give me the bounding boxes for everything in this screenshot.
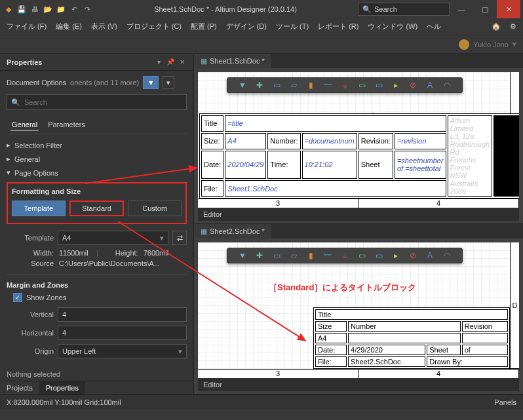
arc-icon[interactable]: ◠ — [442, 81, 452, 90]
section-page-options[interactable]: Page Options — [7, 166, 187, 180]
folder-icon[interactable]: 📁 — [55, 3, 67, 15]
filter-icon[interactable]: ▼ — [238, 81, 247, 90]
maximize-button[interactable]: ▢ — [473, 0, 497, 18]
active-bar-toolbar-2: ▼✚▭▱▮〰⏚▭▭▸⊘A◠ — [227, 248, 463, 263]
menu-project[interactable]: プロジェクト (C) — [126, 22, 182, 31]
menu-file[interactable]: ファイル (F) — [7, 22, 47, 31]
template-label: Template — [7, 234, 54, 242]
doc-tab-sheet1[interactable]: ▦Sheet1.SchDoc * — [194, 54, 271, 68]
username: Yukio Jono — [473, 41, 509, 48]
filter-button[interactable]: ▼ — [143, 76, 159, 89]
doc-options-label: Document Options — [7, 79, 66, 86]
search-icon: 🔍 — [362, 5, 372, 14]
menu-help[interactable]: ヘル — [427, 22, 441, 31]
schdoc-icon: ▦ — [201, 57, 207, 66]
close-button[interactable]: ✕ — [497, 0, 520, 18]
print-icon[interactable]: 🖶 — [29, 3, 41, 15]
doc-tab-sheet2[interactable]: ▦Sheet2.SchDoc * — [194, 224, 271, 239]
power-icon[interactable]: ⏚ — [340, 81, 349, 90]
panels-button[interactable]: Panels — [494, 398, 516, 406]
canvas-sheet1[interactable]: ▼ ✚ ▭ ▱ ▮ 〰 ⏚ ▭ ▭ ▸ ⊘ A ◠ ［Template］によるタ… — [198, 72, 519, 208]
menubar: ファイル (F) 編集 (E) 表示 (V) プロジェクト (C) 配置 (P)… — [0, 18, 523, 35]
bottom-tab-properties[interactable]: Properties — [39, 381, 85, 394]
menu-window[interactable]: ウィンドウ (W) — [368, 22, 417, 31]
horizontal-input[interactable]: 4 — [58, 326, 187, 340]
titlebar: ◆ 💾 🖶 📂 📁 ↶ ↷ Sheet1.SchDoc * - Altium D… — [0, 0, 523, 18]
select-rect-icon[interactable]: ▭ — [272, 81, 281, 90]
window-title: Sheet1.SchDoc * - Altium Designer (20.0.… — [93, 5, 358, 13]
fmt-custom-button[interactable]: Custom — [128, 200, 182, 216]
open-icon[interactable]: 📂 — [42, 3, 54, 15]
menu-place[interactable]: 配置 (P) — [191, 22, 217, 31]
pin-icon[interactable]: 📌 — [166, 58, 175, 67]
search-icon: 🔍 — [11, 98, 20, 107]
menu-tool[interactable]: ツール (T) — [276, 22, 309, 31]
filter-dropdown[interactable]: ▾ — [163, 76, 174, 89]
wire-icon[interactable]: 〰 — [323, 81, 332, 90]
panel-menu-icon[interactable]: ▾ — [154, 58, 163, 67]
tab-general[interactable]: General — [10, 119, 39, 131]
tab-parameters[interactable]: Parameters — [47, 119, 87, 131]
home-icon[interactable]: 🏠 — [492, 22, 501, 31]
panel-search[interactable]: 🔍 — [7, 94, 187, 110]
section-selection-filter[interactable]: Selection Filter — [7, 138, 187, 152]
fmt-template-button[interactable]: Template — [12, 200, 66, 216]
origin-label: Origin — [7, 347, 54, 355]
noerc-icon[interactable]: ⊘ — [408, 81, 417, 90]
vertical-input[interactable]: 4 — [58, 307, 187, 322]
formatting-title: Formatting and Size — [12, 187, 182, 195]
menu-design[interactable]: デザイン (D) — [226, 22, 267, 31]
active-bar-toolbar: ▼ ✚ ▭ ▱ ▮ 〰 ⏚ ▭ ▭ ▸ ⊘ A ◠ — [227, 77, 463, 93]
redo-icon[interactable]: ↷ — [81, 3, 93, 15]
undo-icon[interactable]: ↶ — [68, 3, 80, 15]
horizontal-label: Horizontal — [7, 329, 54, 337]
statusbar: X:8200.000mil Y:100mil Grid:100mil Panel… — [0, 394, 523, 409]
global-search[interactable]: 🔍Search — [358, 3, 450, 16]
panel-title: Properties — [7, 58, 151, 66]
bottom-tab-projects[interactable]: Projects — [0, 381, 39, 394]
titleblock-template: Title=titleAltium LimitedL3, 12a Rodboro… — [199, 113, 519, 199]
net-icon[interactable]: ▭ — [357, 81, 366, 90]
cross-icon[interactable]: ✚ — [255, 81, 264, 90]
save-icon[interactable]: 💾 — [16, 3, 28, 15]
fmt-standard-button[interactable]: Standard — [69, 200, 125, 216]
formatting-size-group: Formatting and Size Template Standard Cu… — [7, 182, 187, 224]
template-select[interactable]: A4▾ — [58, 231, 168, 245]
canvas-sheet2[interactable]: ▼✚▭▱▮〰⏚▭▭▸⊘A◠ ［Standard］によるタイトルブロック D 34… — [198, 242, 519, 378]
editor-bar-2[interactable]: Editor — [198, 378, 519, 391]
properties-panel: Properties ▾ 📌 ✕ Document Options onents… — [0, 54, 194, 394]
source-value: C:\Users\Public\Documents\A... — [59, 259, 160, 267]
menu-edit[interactable]: 編集 (E) — [56, 22, 82, 31]
annotation-standard: ［Standard］によるタイトルブロック — [269, 282, 416, 294]
minimize-button[interactable]: — — [450, 0, 473, 18]
text-icon[interactable]: A — [425, 81, 435, 90]
titleblock-standard: Title SizeNumberRevision A4 Date:4/29/20… — [313, 307, 510, 369]
margin-zones-title: Margin and Zones — [7, 281, 187, 289]
width-label: Width: — [7, 249, 54, 257]
width-value: 11500mil — [59, 249, 88, 257]
menu-report[interactable]: レポート (R) — [318, 22, 358, 31]
settings-icon[interactable]: ⚙ — [510, 22, 516, 31]
avatar[interactable] — [459, 39, 469, 50]
panel-search-input[interactable] — [24, 98, 182, 106]
vertical-label: Vertical — [7, 311, 54, 318]
panel-close-icon[interactable]: ✕ — [178, 58, 187, 67]
doc-options-info: onents (and 11 more) — [70, 79, 139, 86]
param-icon[interactable]: ▸ — [391, 81, 400, 90]
user-dropdown-icon[interactable]: ▾ — [513, 40, 516, 48]
height-value: 7600mil — [144, 249, 169, 257]
template-swap-button[interactable]: ⇄ — [172, 231, 187, 245]
schdoc-icon: ▦ — [201, 227, 207, 236]
userbar: Yukio Jono ▾ — [0, 35, 523, 54]
selection-status: Nothing selected — [0, 368, 193, 381]
section-general[interactable]: General — [7, 152, 187, 166]
origin-select[interactable]: Upper Left▾ — [58, 344, 187, 358]
show-zones-checkbox[interactable]: ✓Show Zones — [13, 293, 187, 302]
editor-bar-1[interactable]: Editor — [198, 208, 519, 221]
height-label: Height: — [107, 249, 138, 257]
coords-readout: X:8200.000mil Y:100mil Grid:100mil — [7, 398, 121, 406]
port-icon[interactable]: ▭ — [374, 81, 383, 90]
component-icon[interactable]: ▮ — [306, 81, 315, 90]
menu-view[interactable]: 表示 (V) — [91, 22, 117, 31]
select-lasso-icon[interactable]: ▱ — [289, 81, 298, 90]
